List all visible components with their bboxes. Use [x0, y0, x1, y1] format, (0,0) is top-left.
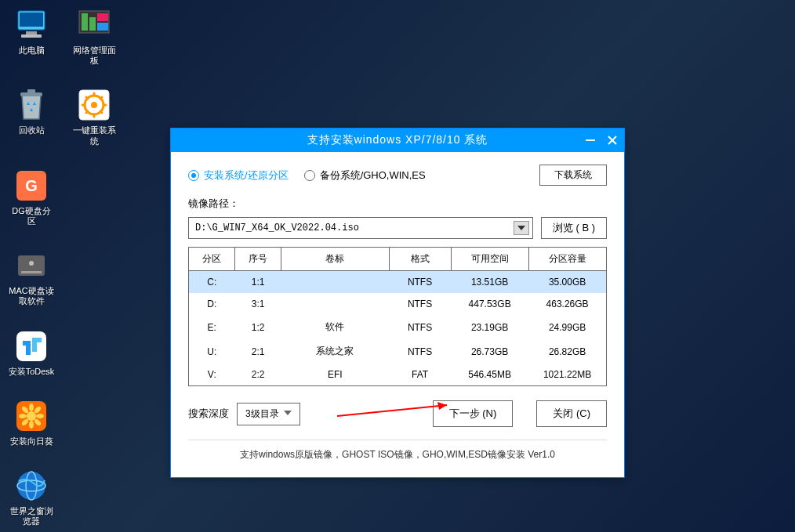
- computer-icon: [14, 8, 49, 42]
- browse-button[interactable]: 浏览 ( B ): [541, 217, 607, 239]
- desktop-icons: 此电脑 网络管理面板 回收站 一键重装系统 G DG硬盘分区: [8, 8, 118, 527]
- svg-point-25: [36, 414, 44, 418]
- cell-format: NTFS: [389, 315, 451, 339]
- icon-label: DG硬盘分区: [8, 206, 55, 226]
- image-path-dropdown[interactable]: D:\G_WIN7_X64_OK_V2022.04.iso: [188, 217, 533, 239]
- cell-free: 26.73GB: [451, 339, 528, 364]
- svg-point-17: [29, 261, 34, 266]
- minimize-icon[interactable]: [585, 135, 596, 146]
- desktop-icon-dg-partition[interactable]: G DG硬盘分区: [8, 168, 55, 226]
- cell-format: NTFS: [389, 271, 451, 294]
- recycle-bin-icon: [14, 88, 49, 122]
- cell-serial: 3:1: [235, 293, 281, 315]
- svg-point-22: [29, 404, 34, 411]
- search-depth-label: 搜索深度: [188, 407, 229, 421]
- svg-line-34: [337, 405, 447, 416]
- cell-volume: EFI: [281, 364, 389, 386]
- installer-dialog: 支持安装windows XP/7/8/10 系统 安装系统/还原分区 备份系统/…: [170, 128, 625, 478]
- partition-table: 分区 序号 卷标 格式 可用空间 分区容量 C:1:1NTFS13.51GB35…: [188, 247, 607, 386]
- cell-serial: 2:1: [235, 339, 281, 364]
- titlebar[interactable]: 支持安装windows XP/7/8/10 系统: [171, 128, 624, 152]
- cell-partition: U:: [189, 339, 235, 364]
- download-system-button[interactable]: 下载系统: [539, 165, 607, 186]
- svg-rect-33: [586, 139, 595, 141]
- header-capacity: 分区容量: [528, 248, 606, 271]
- network-panel-icon: [77, 8, 111, 42]
- svg-rect-2: [26, 31, 37, 34]
- icon-label: 此电脑: [19, 45, 45, 56]
- cell-format: NTFS: [389, 293, 451, 315]
- cell-partition: E:: [189, 315, 235, 339]
- cell-volume: [281, 293, 389, 315]
- cell-capacity: 26.82GB: [528, 339, 606, 364]
- radio-install-restore[interactable]: 安装系统/还原分区: [188, 168, 289, 183]
- table-row[interactable]: V:2:2EFIFAT546.45MB1021.22MB: [189, 364, 607, 386]
- radio-icon: [188, 170, 199, 181]
- close-icon[interactable]: [607, 135, 618, 146]
- svg-text:G: G: [25, 177, 38, 194]
- radio-label: 安装系统/还原分区: [204, 168, 289, 183]
- desktop-icon-recycle-bin[interactable]: 回收站: [8, 88, 55, 146]
- header-serial: 序号: [235, 248, 281, 271]
- cell-partition: D:: [189, 293, 235, 315]
- cell-serial: 1:1: [235, 271, 281, 294]
- header-format: 格式: [389, 248, 451, 271]
- radio-backup[interactable]: 备份系统/GHO,WIN,ES: [304, 168, 426, 183]
- desktop-icon-todesk[interactable]: 安装ToDesk: [8, 329, 55, 377]
- header-partition: 分区: [189, 248, 235, 271]
- cell-partition: C:: [189, 271, 235, 294]
- cell-format: NTFS: [389, 339, 451, 364]
- image-path-value: D:\G_WIN7_X64_OK_V2022.04.iso: [195, 223, 359, 233]
- radio-label: 备份系统/GHO,WIN,ES: [320, 168, 426, 183]
- partition-icon: G: [14, 168, 49, 203]
- cell-capacity: 35.00GB: [528, 271, 606, 294]
- svg-point-24: [19, 414, 27, 418]
- cell-volume: 软件: [281, 315, 389, 339]
- icon-label: 网络管理面板: [71, 45, 118, 66]
- svg-rect-3: [21, 34, 42, 38]
- desktop-icon-sunflower[interactable]: 安装向日葵: [8, 399, 55, 447]
- desktop-icon-this-pc[interactable]: 此电脑: [8, 8, 55, 66]
- mac-disk-icon: [14, 248, 49, 283]
- desktop-icon-network-panel[interactable]: 网络管理面板: [71, 8, 118, 66]
- cell-free: 546.45MB: [451, 364, 528, 386]
- icon-label: MAC硬盘读取软件: [8, 286, 55, 306]
- desktop-icon-reinstall-system[interactable]: 一键重装系统: [71, 88, 118, 146]
- footer-text: 支持windows原版镜像，GHOST ISO镜像，GHO,WIM,ESD镜像安…: [188, 440, 607, 466]
- table-row[interactable]: D:3:1NTFS447.53GB463.26GB: [189, 293, 607, 315]
- search-depth-value: 3级目录: [245, 408, 279, 419]
- icon-label: 回收站: [19, 125, 45, 136]
- image-path-label: 镜像路径：: [188, 197, 607, 211]
- svg-rect-7: [97, 13, 108, 21]
- chevron-down-icon[interactable]: [514, 221, 529, 235]
- cell-capacity: 1021.22MB: [528, 364, 606, 386]
- table-row[interactable]: E:1:2软件NTFS23.19GB24.99GB: [189, 315, 607, 339]
- header-free: 可用空间: [451, 248, 528, 271]
- sunflower-icon: [14, 399, 49, 433]
- cell-free: 447.53GB: [451, 293, 528, 315]
- cell-capacity: 24.99GB: [528, 315, 606, 339]
- svg-point-23: [29, 421, 34, 429]
- globe-icon: [14, 469, 49, 503]
- desktop-icon-mac-disk[interactable]: MAC硬盘读取软件: [8, 248, 55, 306]
- svg-rect-5: [82, 13, 88, 31]
- cell-free: 13.51GB: [451, 271, 528, 294]
- cell-capacity: 463.26GB: [528, 293, 606, 315]
- cell-format: FAT: [389, 364, 451, 386]
- close-button[interactable]: 关闭 (C): [536, 400, 607, 427]
- table-row[interactable]: U:2:1系统之家NTFS26.73GB26.82GB: [189, 339, 607, 364]
- svg-rect-6: [89, 17, 96, 31]
- svg-point-13: [91, 102, 97, 108]
- desktop-icon-theworld-browser[interactable]: 世界之窗浏览器: [8, 469, 55, 527]
- cell-partition: V:: [189, 364, 235, 386]
- cell-free: 23.19GB: [451, 315, 528, 339]
- table-header-row: 分区 序号 卷标 格式 可用空间 分区容量: [189, 248, 607, 271]
- next-button[interactable]: 下一步 (N): [433, 400, 514, 427]
- table-row[interactable]: C:1:1NTFS13.51GB35.00GB: [189, 271, 607, 294]
- icon-label: 安装向日葵: [10, 436, 53, 447]
- svg-rect-1: [20, 13, 43, 27]
- search-depth-dropdown[interactable]: 3级目录: [237, 403, 300, 425]
- cell-serial: 2:2: [235, 364, 281, 386]
- cell-serial: 1:2: [235, 315, 281, 339]
- reinstall-icon: [77, 88, 111, 122]
